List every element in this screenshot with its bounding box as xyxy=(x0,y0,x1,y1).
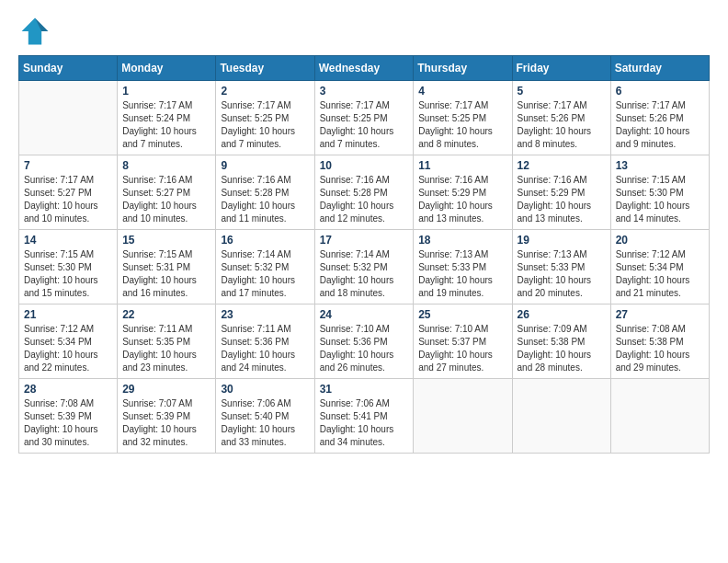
day-info: Sunrise: 7:17 AMSunset: 5:25 PMDaylight:… xyxy=(418,99,506,151)
calendar: SundayMondayTuesdayWednesdayThursdayFrid… xyxy=(18,55,710,454)
calendar-cell: 26 Sunrise: 7:09 AMSunset: 5:38 PMDaylig… xyxy=(512,304,610,379)
day-number: 28 xyxy=(24,383,112,396)
day-number: 20 xyxy=(616,234,704,247)
calendar-cell: 4 Sunrise: 7:17 AMSunset: 5:25 PMDayligh… xyxy=(414,81,512,155)
calendar-cell: 5 Sunrise: 7:17 AMSunset: 5:26 PMDayligh… xyxy=(512,81,610,155)
calendar-cell xyxy=(512,379,610,454)
calendar-cell: 31 Sunrise: 7:06 AMSunset: 5:41 PMDaylig… xyxy=(314,379,414,454)
day-info: Sunrise: 7:14 AMSunset: 5:32 PMDaylight:… xyxy=(320,248,409,300)
day-info: Sunrise: 7:17 AMSunset: 5:27 PMDaylight:… xyxy=(24,174,112,225)
calendar-cell: 19 Sunrise: 7:13 AMSunset: 5:33 PMDaylig… xyxy=(512,230,610,304)
day-info: Sunrise: 7:15 AMSunset: 5:30 PMDaylight:… xyxy=(24,248,112,300)
day-info: Sunrise: 7:14 AMSunset: 5:32 PMDaylight:… xyxy=(221,248,309,300)
day-number: 7 xyxy=(24,159,112,172)
calendar-week-row: 1 Sunrise: 7:17 AMSunset: 5:24 PMDayligh… xyxy=(19,81,710,155)
calendar-week-row: 28 Sunrise: 7:08 AMSunset: 5:39 PMDaylig… xyxy=(19,379,710,454)
day-number: 27 xyxy=(616,308,704,321)
day-info: Sunrise: 7:16 AMSunset: 5:29 PMDaylight:… xyxy=(518,174,606,225)
calendar-cell xyxy=(610,379,709,454)
calendar-cell: 12 Sunrise: 7:16 AMSunset: 5:29 PMDaylig… xyxy=(512,155,610,230)
day-number: 5 xyxy=(518,85,606,98)
calendar-cell: 23 Sunrise: 7:11 AMSunset: 5:36 PMDaylig… xyxy=(216,304,314,379)
calendar-cell: 11 Sunrise: 7:16 AMSunset: 5:29 PMDaylig… xyxy=(414,155,512,230)
calendar-cell: 27 Sunrise: 7:08 AMSunset: 5:38 PMDaylig… xyxy=(610,304,709,379)
day-number: 3 xyxy=(320,85,409,98)
day-info: Sunrise: 7:06 AMSunset: 5:41 PMDaylight:… xyxy=(320,397,409,449)
day-info: Sunrise: 7:15 AMSunset: 5:31 PMDaylight:… xyxy=(122,248,210,300)
day-info: Sunrise: 7:10 AMSunset: 5:37 PMDaylight:… xyxy=(418,323,506,374)
day-info: Sunrise: 7:17 AMSunset: 5:26 PMDaylight:… xyxy=(616,99,704,151)
page-header xyxy=(18,15,710,48)
day-number: 14 xyxy=(24,234,112,247)
day-number: 6 xyxy=(616,85,704,98)
calendar-week-row: 7 Sunrise: 7:17 AMSunset: 5:27 PMDayligh… xyxy=(19,155,710,230)
day-info: Sunrise: 7:08 AMSunset: 5:38 PMDaylight:… xyxy=(616,323,704,374)
day-number: 9 xyxy=(221,159,309,172)
calendar-cell: 15 Sunrise: 7:15 AMSunset: 5:31 PMDaylig… xyxy=(118,230,216,304)
calendar-header-row: SundayMondayTuesdayWednesdayThursdayFrid… xyxy=(19,56,710,81)
day-number: 8 xyxy=(122,159,210,172)
day-info: Sunrise: 7:16 AMSunset: 5:29 PMDaylight:… xyxy=(418,174,506,225)
day-info: Sunrise: 7:15 AMSunset: 5:30 PMDaylight:… xyxy=(616,174,704,225)
calendar-cell: 22 Sunrise: 7:11 AMSunset: 5:35 PMDaylig… xyxy=(118,304,216,379)
day-number: 10 xyxy=(320,159,409,172)
day-info: Sunrise: 7:13 AMSunset: 5:33 PMDaylight:… xyxy=(418,248,506,300)
day-number: 19 xyxy=(518,234,606,247)
day-number: 30 xyxy=(221,383,309,396)
calendar-cell: 7 Sunrise: 7:17 AMSunset: 5:27 PMDayligh… xyxy=(19,155,118,230)
calendar-cell: 2 Sunrise: 7:17 AMSunset: 5:25 PMDayligh… xyxy=(216,81,314,155)
day-info: Sunrise: 7:17 AMSunset: 5:24 PMDaylight:… xyxy=(122,99,210,151)
logo xyxy=(18,15,57,48)
day-number: 13 xyxy=(616,159,704,172)
calendar-cell: 14 Sunrise: 7:15 AMSunset: 5:30 PMDaylig… xyxy=(19,230,118,304)
day-info: Sunrise: 7:16 AMSunset: 5:28 PMDaylight:… xyxy=(221,174,309,225)
day-info: Sunrise: 7:06 AMSunset: 5:40 PMDaylight:… xyxy=(221,397,309,449)
day-info: Sunrise: 7:11 AMSunset: 5:36 PMDaylight:… xyxy=(221,323,309,374)
calendar-cell: 18 Sunrise: 7:13 AMSunset: 5:33 PMDaylig… xyxy=(414,230,512,304)
day-number: 15 xyxy=(122,234,210,247)
calendar-week-row: 21 Sunrise: 7:12 AMSunset: 5:34 PMDaylig… xyxy=(19,304,710,379)
day-number: 25 xyxy=(418,308,506,321)
day-number: 11 xyxy=(418,159,506,172)
day-number: 22 xyxy=(122,308,210,321)
day-number: 31 xyxy=(320,383,409,396)
calendar-cell: 30 Sunrise: 7:06 AMSunset: 5:40 PMDaylig… xyxy=(216,379,314,454)
calendar-cell: 25 Sunrise: 7:10 AMSunset: 5:37 PMDaylig… xyxy=(414,304,512,379)
day-number: 12 xyxy=(518,159,606,172)
calendar-cell: 10 Sunrise: 7:16 AMSunset: 5:28 PMDaylig… xyxy=(314,155,414,230)
day-number: 26 xyxy=(518,308,606,321)
day-number: 17 xyxy=(320,234,409,247)
logo-icon xyxy=(18,15,51,48)
day-info: Sunrise: 7:17 AMSunset: 5:25 PMDaylight:… xyxy=(320,99,409,151)
calendar-cell: 3 Sunrise: 7:17 AMSunset: 5:25 PMDayligh… xyxy=(314,81,414,155)
calendar-cell: 21 Sunrise: 7:12 AMSunset: 5:34 PMDaylig… xyxy=(19,304,118,379)
day-number: 21 xyxy=(24,308,112,321)
calendar-cell: 13 Sunrise: 7:15 AMSunset: 5:30 PMDaylig… xyxy=(610,155,709,230)
header-tuesday: Tuesday xyxy=(216,56,314,81)
day-info: Sunrise: 7:12 AMSunset: 5:34 PMDaylight:… xyxy=(24,323,112,374)
day-number: 4 xyxy=(418,85,506,98)
calendar-cell: 20 Sunrise: 7:12 AMSunset: 5:34 PMDaylig… xyxy=(610,230,709,304)
day-info: Sunrise: 7:08 AMSunset: 5:39 PMDaylight:… xyxy=(24,397,112,449)
calendar-cell: 9 Sunrise: 7:16 AMSunset: 5:28 PMDayligh… xyxy=(216,155,314,230)
day-info: Sunrise: 7:13 AMSunset: 5:33 PMDaylight:… xyxy=(518,248,606,300)
day-info: Sunrise: 7:09 AMSunset: 5:38 PMDaylight:… xyxy=(518,323,606,374)
day-info: Sunrise: 7:16 AMSunset: 5:27 PMDaylight:… xyxy=(122,174,210,225)
calendar-cell: 16 Sunrise: 7:14 AMSunset: 5:32 PMDaylig… xyxy=(216,230,314,304)
day-info: Sunrise: 7:10 AMSunset: 5:36 PMDaylight:… xyxy=(320,323,409,374)
header-friday: Friday xyxy=(512,56,610,81)
day-info: Sunrise: 7:12 AMSunset: 5:34 PMDaylight:… xyxy=(616,248,704,300)
calendar-week-row: 14 Sunrise: 7:15 AMSunset: 5:30 PMDaylig… xyxy=(19,230,710,304)
calendar-cell: 28 Sunrise: 7:08 AMSunset: 5:39 PMDaylig… xyxy=(19,379,118,454)
day-number: 23 xyxy=(221,308,309,321)
day-number: 29 xyxy=(122,383,210,396)
header-thursday: Thursday xyxy=(414,56,512,81)
day-number: 2 xyxy=(221,85,309,98)
calendar-cell: 17 Sunrise: 7:14 AMSunset: 5:32 PMDaylig… xyxy=(314,230,414,304)
day-info: Sunrise: 7:07 AMSunset: 5:39 PMDaylight:… xyxy=(122,397,210,449)
header-monday: Monday xyxy=(118,56,216,81)
header-saturday: Saturday xyxy=(610,56,709,81)
day-number: 18 xyxy=(418,234,506,247)
calendar-cell xyxy=(19,81,118,155)
day-info: Sunrise: 7:11 AMSunset: 5:35 PMDaylight:… xyxy=(122,323,210,374)
